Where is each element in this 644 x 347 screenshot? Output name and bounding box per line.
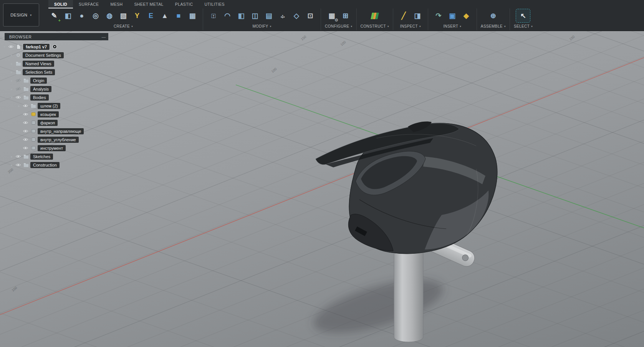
tree-row[interactable]: ▸шлем (2) [0, 102, 108, 110]
design-workspace-switcher[interactable]: DESIGN ▾ [3, 3, 39, 26]
offset-face-icon[interactable]: ▤ [262, 10, 275, 22]
chevron-expanded-icon[interactable]: ▾ [2, 45, 7, 49]
eye-visible-icon[interactable] [22, 103, 29, 109]
tab-utilities[interactable]: UTILITIES [199, 0, 230, 8]
chevron-collapsed-icon[interactable]: ▸ [17, 104, 21, 108]
chevron-collapsed-icon[interactable]: ▸ [10, 163, 14, 167]
tree-label[interactable]: Analysis [30, 86, 51, 92]
tree-row[interactable]: ▸Selection Sets [0, 68, 108, 76]
tab-mesh[interactable]: MESH [105, 0, 129, 8]
chevron-collapsed-icon[interactable]: ▸ [10, 53, 14, 57]
shell-icon[interactable]: ◧ [235, 10, 248, 22]
primitive-box-icon[interactable]: ■ [172, 10, 185, 22]
chevron-expanded-icon[interactable]: ▾ [10, 96, 14, 99]
eye-visible-icon[interactable] [22, 145, 29, 151]
group-label-configure[interactable]: CONFIGURE▾ [325, 23, 353, 30]
tree-label[interactable]: Sketches [30, 154, 53, 160]
tree-label[interactable]: Selection Sets [23, 69, 55, 75]
section-analysis-icon[interactable]: ◨ [411, 10, 424, 22]
eye-visible-icon[interactable] [22, 128, 29, 134]
eye-visible-icon[interactable] [15, 162, 22, 168]
tree-label[interactable]: Named Views [23, 61, 54, 67]
group-label-construct[interactable]: CONSTRUCT▾ [361, 23, 389, 30]
combine-icon[interactable]: ◫ [248, 10, 262, 22]
loft-icon[interactable]: ▲ [158, 10, 171, 22]
group-label-create[interactable]: CREATE▾ [114, 23, 133, 30]
tree-label[interactable]: Bodies [30, 94, 49, 101]
tree-row[interactable]: ▸Sketches [0, 152, 108, 160]
tree-row[interactable]: козырек [0, 110, 108, 118]
create-sketch-icon[interactable]: ✎+ [48, 10, 61, 22]
eye-hidden-icon[interactable] [15, 78, 22, 83]
group-label-insert[interactable]: INSERT▾ [443, 23, 461, 30]
tree-row[interactable]: ▸Analysis [0, 85, 108, 93]
tab-surface[interactable]: SURFACE [73, 0, 104, 8]
tree-label[interactable]: инструмент [38, 145, 66, 151]
eye-visible-icon[interactable] [15, 94, 22, 100]
primitive-coil-icon[interactable]: ◍ [103, 10, 116, 22]
minimize-panel-icon[interactable]: — [101, 35, 106, 39]
eye-visible-icon[interactable] [22, 137, 29, 142]
new-component-icon[interactable]: ⊕ [487, 10, 500, 22]
select-icon[interactable]: ↖ [517, 10, 530, 22]
collapse-panel-icon[interactable]: « [0, 35, 5, 39]
configuration-table-icon[interactable]: ⊞ [339, 10, 352, 22]
measure-icon[interactable]: ╱ [397, 10, 410, 22]
tree-label[interactable]: фаркоп [38, 120, 58, 126]
change-parameters-icon[interactable]: ⊡ [304, 10, 317, 22]
eye-visible-icon[interactable] [8, 44, 14, 50]
primitive-torus-icon[interactable]: ◎ [89, 10, 102, 22]
tab-sheet-metal[interactable]: SHEET METAL [128, 0, 169, 8]
tree-row[interactable]: ▾Bodies [0, 93, 108, 101]
tree-row[interactable]: внутр_направляюще [0, 127, 108, 135]
split-body-icon[interactable]: Y [131, 10, 144, 22]
configure-icon[interactable]: ▦⚙ [325, 10, 338, 22]
tree-label[interactable]: шлем (2) [38, 103, 60, 109]
construction-plane-icon[interactable] [368, 10, 381, 22]
tree-label[interactable]: внутр_направляюще [38, 128, 84, 134]
fillet-icon[interactable]: ◠ [221, 10, 234, 22]
create-form-icon[interactable]: ◧ [61, 10, 74, 22]
tree-label[interactable]: внутр_углубление [38, 137, 79, 143]
tree-row[interactable]: ▸Construction [0, 161, 108, 169]
group-label-inspect[interactable]: INSPECT▾ [400, 23, 421, 30]
primitive-sphere-icon[interactable]: ● [75, 10, 88, 22]
emboss-icon[interactable]: E [144, 10, 157, 22]
chevron-collapsed-icon[interactable]: ▸ [10, 62, 14, 66]
eye-visible-icon[interactable] [22, 120, 29, 126]
rectangular-pattern-icon[interactable]: ▦ [186, 10, 199, 22]
canvas-icon[interactable]: ▣ [446, 10, 459, 22]
eye-visible-icon[interactable] [22, 111, 29, 117]
helmet-body[interactable] [316, 122, 497, 254]
eye-hidden-icon[interactable] [15, 86, 22, 92]
eye-visible-icon[interactable] [15, 154, 22, 159]
activate-component-radio[interactable] [52, 44, 57, 49]
move-copy-icon[interactable]: ↔↕ [276, 10, 289, 22]
tree-label[interactable]: Origin [30, 78, 47, 84]
stand-cylinder[interactable] [394, 241, 423, 342]
tab-plastic[interactable]: PLASTIC [169, 0, 199, 8]
chevron-collapsed-icon[interactable]: ▸ [10, 155, 14, 159]
group-label-assemble[interactable]: ASSEMBLE▾ [481, 23, 506, 30]
tree-label[interactable]: farkop1 v7 [23, 44, 50, 50]
chevron-collapsed-icon[interactable]: ▸ [10, 79, 14, 83]
group-label-modify[interactable]: MODIFY▾ [252, 23, 271, 30]
tree-row[interactable]: ▸⚙Document Settings [0, 51, 108, 59]
tree-label[interactable]: козырек [38, 111, 59, 117]
tree-label[interactable]: Construction [30, 162, 60, 168]
chevron-collapsed-icon[interactable]: ▸ [10, 87, 14, 91]
chevron-collapsed-icon[interactable]: ▸ [10, 70, 14, 74]
tab-solid[interactable]: SOLID [48, 0, 73, 8]
group-label-select[interactable]: SELECT▾ [514, 23, 533, 30]
tree-row[interactable]: ▸Named Views [0, 59, 108, 68]
insert-derive-icon[interactable]: ↷ [432, 10, 445, 22]
tree-row[interactable]: инструмент [0, 144, 108, 152]
press-pull-icon[interactable]: □↑ [207, 10, 220, 22]
insert-mesh-icon[interactable]: ◆ [460, 10, 473, 22]
align-icon[interactable]: ◇ [290, 10, 303, 22]
tree-row[interactable]: фаркоп [0, 119, 108, 127]
tree-row[interactable]: ▸Origin [0, 76, 108, 84]
tree-label[interactable]: Document Settings [23, 52, 64, 58]
tree-row[interactable]: внутр_углубление [0, 135, 108, 144]
project-geometry-icon[interactable]: ▧ [117, 10, 130, 22]
